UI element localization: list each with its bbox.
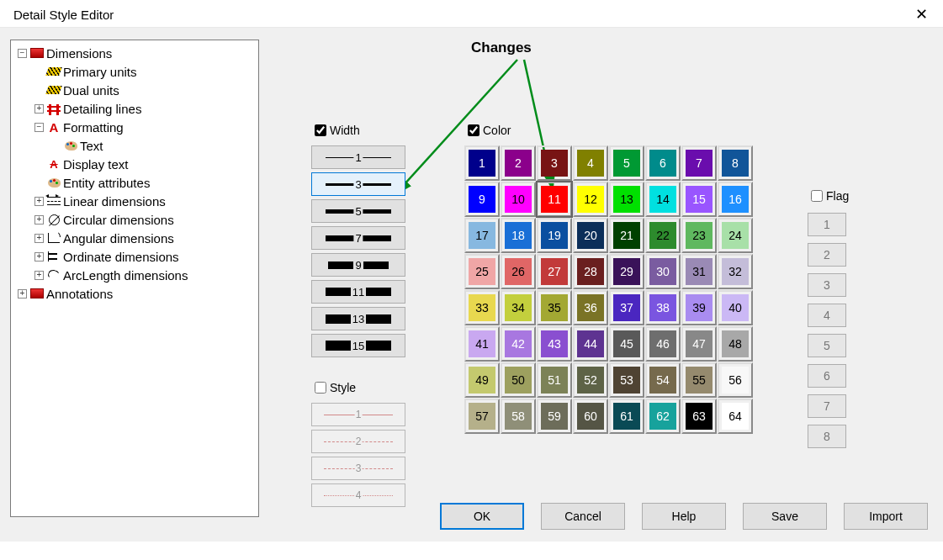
color-swatch[interactable]: 4	[573, 145, 608, 181]
flag-checkbox-label[interactable]: Flag	[808, 188, 849, 204]
tree-item[interactable]: +Circular dimensions	[11, 210, 258, 229]
color-swatch[interactable]: 3	[537, 145, 572, 181]
expand-icon[interactable]: +	[34, 215, 44, 225]
color-swatch[interactable]: 5	[609, 145, 644, 181]
color-swatch[interactable]: 30	[645, 254, 681, 289]
color-swatch[interactable]: 57	[464, 399, 500, 434]
color-swatch[interactable]: 19	[537, 218, 572, 253]
color-swatch[interactable]: 15	[681, 182, 717, 217]
color-swatch[interactable]: 52	[573, 362, 608, 398]
color-swatch[interactable]: 39	[681, 290, 717, 325]
width-checkbox-label[interactable]: Width	[311, 122, 405, 139]
color-swatch[interactable]: 33	[464, 290, 500, 325]
expand-icon[interactable]: +	[34, 271, 44, 280]
color-swatch[interactable]: 37	[609, 290, 644, 325]
color-swatch[interactable]: 58	[501, 399, 536, 434]
color-swatch[interactable]: 55	[681, 362, 717, 398]
color-checkbox-label[interactable]: Color	[464, 122, 753, 139]
color-swatch[interactable]: 63	[681, 399, 717, 434]
width-checkbox[interactable]	[315, 124, 326, 136]
color-swatch[interactable]: 2	[501, 145, 536, 181]
color-swatch[interactable]: 40	[718, 290, 753, 325]
color-swatch[interactable]: 48	[718, 326, 753, 362]
flag-option[interactable]: 7	[808, 394, 846, 418]
color-swatch[interactable]: 47	[681, 326, 717, 362]
tree-item[interactable]: +Ordinate dimensions	[11, 247, 258, 266]
save-button[interactable]: Save	[743, 503, 827, 530]
tree-item[interactable]: Entity attributes	[11, 173, 258, 192]
tree-item[interactable]: Primary units	[11, 62, 258, 81]
color-swatch[interactable]: 25	[464, 254, 500, 289]
flag-option[interactable]: 4	[808, 304, 846, 327]
expand-icon[interactable]: +	[18, 289, 27, 298]
color-swatch[interactable]: 43	[537, 326, 572, 362]
collapse-icon[interactable]: −	[18, 49, 27, 58]
ok-button[interactable]: OK	[440, 503, 524, 530]
color-swatch[interactable]: 56	[718, 362, 753, 398]
color-swatch[interactable]: 14	[645, 182, 681, 217]
color-swatch[interactable]: 12	[573, 182, 608, 217]
color-swatch[interactable]: 9	[464, 182, 500, 217]
color-swatch[interactable]: 64	[718, 399, 753, 434]
color-swatch[interactable]: 20	[573, 218, 608, 253]
color-swatch[interactable]: 60	[573, 399, 608, 434]
color-swatch[interactable]: 36	[573, 290, 608, 325]
color-swatch[interactable]: 27	[537, 254, 572, 289]
color-swatch[interactable]: 22	[645, 218, 681, 253]
expand-icon[interactable]: +	[34, 252, 44, 262]
color-swatch[interactable]: 10	[501, 182, 536, 217]
color-swatch[interactable]: 45	[609, 326, 644, 362]
tree-item[interactable]: −Dimensions	[11, 44, 258, 62]
flag-option[interactable]: 3	[808, 273, 846, 297]
color-swatch[interactable]: 31	[681, 254, 717, 289]
color-swatch[interactable]: 28	[573, 254, 608, 289]
flag-option[interactable]: 1	[808, 213, 846, 236]
color-swatch[interactable]: 50	[501, 362, 536, 398]
flag-option[interactable]: 6	[808, 364, 846, 388]
color-swatch[interactable]: 13	[609, 182, 644, 217]
color-swatch[interactable]: 62	[645, 399, 681, 434]
color-swatch[interactable]: 51	[537, 362, 572, 398]
tree-item[interactable]: +Annotations	[11, 284, 258, 303]
color-swatch[interactable]: 11	[537, 182, 572, 217]
width-option[interactable]: 5	[311, 199, 405, 223]
width-option[interactable]: 9	[311, 253, 405, 277]
width-option[interactable]: 3	[311, 172, 405, 196]
color-swatch[interactable]: 1	[464, 145, 500, 181]
cancel-button[interactable]: Cancel	[541, 503, 625, 530]
color-swatch[interactable]: 32	[718, 254, 753, 289]
style-option[interactable]: 2	[311, 430, 405, 453]
color-swatch[interactable]: 18	[501, 218, 536, 253]
expand-icon[interactable]: +	[34, 104, 44, 114]
color-swatch[interactable]: 29	[609, 254, 644, 289]
color-swatch[interactable]: 54	[645, 362, 681, 398]
color-swatch[interactable]: 6	[645, 145, 681, 181]
color-checkbox[interactable]	[468, 124, 479, 136]
tree-item[interactable]: +ArcLength dimensions	[11, 266, 258, 284]
width-option[interactable]: 15	[311, 334, 405, 357]
color-swatch[interactable]: 53	[609, 362, 644, 398]
color-swatch[interactable]: 26	[501, 254, 536, 289]
close-icon[interactable]: ✕	[910, 5, 933, 24]
tree-item[interactable]: +Angular dimensions	[11, 229, 258, 247]
style-option[interactable]: 4	[311, 483, 405, 507]
tree-item[interactable]: −AFormatting	[11, 118, 258, 136]
style-checkbox-label[interactable]: Style	[311, 379, 405, 396]
tree-item[interactable]: Dual units	[11, 81, 258, 99]
color-swatch[interactable]: 16	[718, 182, 753, 217]
tree-item[interactable]: +Linear dimensions	[11, 192, 258, 210]
color-swatch[interactable]: 8	[718, 145, 753, 181]
width-option[interactable]: 13	[311, 307, 405, 330]
color-swatch[interactable]: 17	[464, 218, 500, 253]
expand-icon[interactable]: +	[34, 234, 44, 243]
color-swatch[interactable]: 23	[681, 218, 717, 253]
color-swatch[interactable]: 21	[609, 218, 644, 253]
flag-option[interactable]: 2	[808, 243, 846, 267]
expand-icon[interactable]: +	[34, 197, 44, 206]
import-button[interactable]: Import	[844, 503, 928, 530]
color-swatch[interactable]: 41	[464, 326, 500, 362]
width-option[interactable]: 11	[311, 280, 405, 304]
color-swatch[interactable]: 24	[718, 218, 753, 253]
style-option[interactable]: 3	[311, 457, 405, 480]
style-checkbox[interactable]	[315, 382, 326, 394]
